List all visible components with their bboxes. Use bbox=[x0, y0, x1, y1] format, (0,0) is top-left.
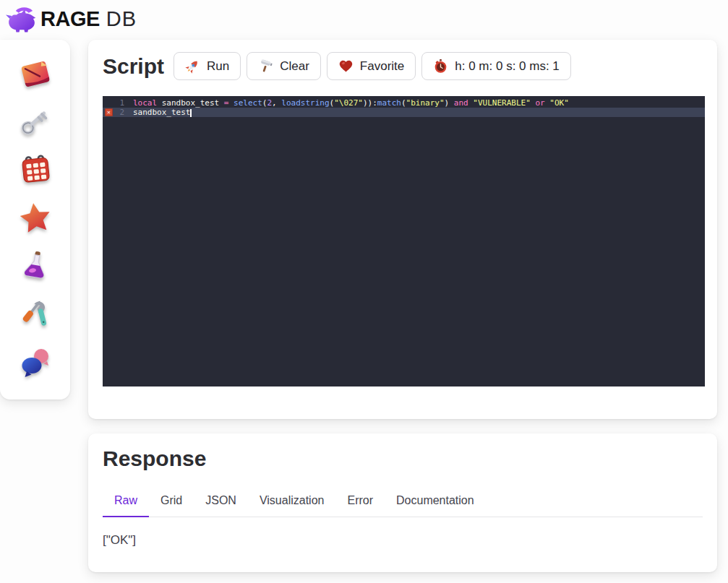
brand-text-bold: RAGE bbox=[40, 7, 100, 31]
run-button[interactable]: Run bbox=[174, 52, 241, 80]
favorite-button-label: Favorite bbox=[360, 59, 404, 74]
code-text: sandbox_test bbox=[133, 108, 192, 117]
brand-text-light: DB bbox=[106, 7, 137, 31]
clear-button[interactable]: Clear bbox=[247, 52, 321, 80]
stopwatch-icon bbox=[433, 59, 448, 74]
script-title: Script bbox=[103, 54, 164, 79]
favorite-button[interactable]: Favorite bbox=[327, 52, 416, 80]
tab-visualization[interactable]: Visualization bbox=[248, 490, 336, 517]
calendar-icon bbox=[18, 152, 53, 187]
potion-icon bbox=[18, 249, 53, 284]
notebook-icon bbox=[18, 56, 53, 91]
timer-label: h: 0 m: 0 s: 0 ms: 1 bbox=[455, 59, 560, 74]
code-text: local sandbox_test = select(2, loadstrin… bbox=[133, 98, 569, 108]
text-cursor bbox=[190, 109, 192, 117]
sidebar-item-calendar[interactable] bbox=[17, 152, 53, 188]
clear-button-label: Clear bbox=[280, 59, 309, 74]
line-number: 2 bbox=[119, 108, 124, 117]
run-button-label: Run bbox=[207, 59, 229, 74]
response-title: Response bbox=[103, 446, 703, 471]
sidebar-item-star[interactable] bbox=[17, 200, 53, 236]
sidebar-item-potion[interactable] bbox=[17, 249, 53, 285]
raw-output: ["OK"] bbox=[103, 533, 703, 548]
key-icon bbox=[18, 105, 53, 139]
sidebar-item-key[interactable] bbox=[17, 104, 53, 140]
code-editor[interactable]: ✕1local sandbox_test = select(2, loadstr… bbox=[103, 96, 705, 386]
error-marker-icon: ✕ bbox=[105, 108, 113, 116]
line-number: 1 bbox=[119, 98, 124, 108]
editor-gutter: ✕1 bbox=[103, 98, 124, 108]
code-lines: ✕1local sandbox_test = select(2, loadstr… bbox=[103, 98, 705, 117]
tools-icon bbox=[18, 297, 53, 332]
tab-documentation[interactable]: Documentation bbox=[385, 490, 486, 517]
tab-error[interactable]: Error bbox=[335, 490, 385, 517]
sidebar-item-tools[interactable] bbox=[17, 296, 53, 332]
sidebar-item-notebook[interactable] bbox=[17, 56, 53, 92]
page: RAGE DB bbox=[0, 0, 728, 583]
rocket-icon bbox=[185, 59, 200, 74]
brand-logo: RAGE DB bbox=[6, 4, 137, 33]
sidebar bbox=[0, 40, 70, 400]
response-tabs: RawGridJSONVisualizationErrorDocumentati… bbox=[103, 490, 703, 517]
heart-icon bbox=[338, 59, 354, 74]
sidebar-item-chat[interactable] bbox=[17, 345, 53, 381]
tab-grid[interactable]: Grid bbox=[149, 490, 194, 517]
tab-json[interactable]: JSON bbox=[194, 490, 248, 517]
response-panel: Response RawGridJSONVisualizationErrorDo… bbox=[88, 433, 717, 572]
script-panel: Script Run bbox=[88, 40, 717, 419]
rhino-logo-icon bbox=[6, 4, 38, 33]
chat-icon bbox=[18, 345, 53, 380]
star-icon bbox=[18, 201, 53, 236]
paint-roller-icon bbox=[258, 59, 273, 74]
timer-display: h: 0 m: 0 s: 0 ms: 1 bbox=[421, 52, 571, 80]
tab-raw[interactable]: Raw bbox=[103, 490, 149, 517]
code-line-2[interactable]: ✕2sandbox_test bbox=[103, 108, 705, 117]
code-line-1[interactable]: ✕1local sandbox_test = select(2, loadstr… bbox=[103, 98, 705, 108]
editor-gutter: ✕2 bbox=[103, 108, 124, 117]
